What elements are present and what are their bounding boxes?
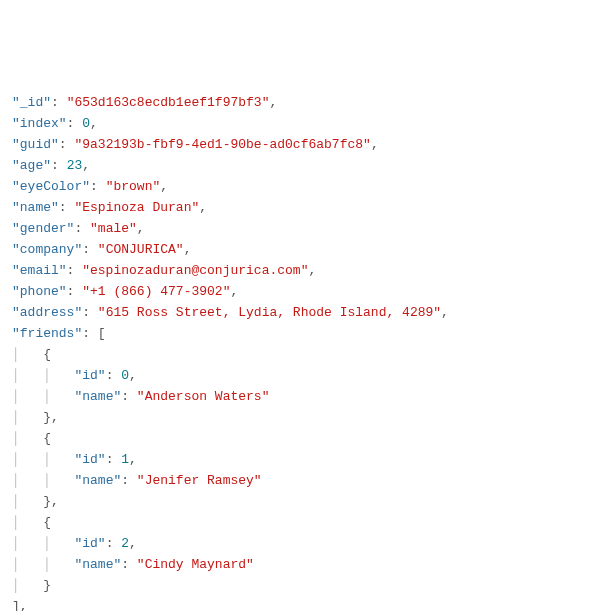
- json-punct: ,: [137, 221, 145, 236]
- indent-guide: │: [12, 431, 43, 446]
- indent-guide: │: [12, 515, 43, 530]
- json-key: "name": [74, 473, 121, 488]
- json-punct: ,: [230, 284, 238, 299]
- code-line: "phone": "+1 (866) 477-3902",: [12, 281, 603, 302]
- code-line: │ │ "id": 0,: [12, 365, 603, 386]
- indent-guide: │ │: [12, 452, 74, 467]
- json-key: "index": [12, 116, 67, 131]
- json-string: "653d163c8ecdb1eef1f97bf3": [67, 95, 270, 110]
- json-punct: :: [121, 389, 137, 404]
- json-key: "id": [74, 536, 105, 551]
- json-punct: ,: [371, 137, 379, 152]
- json-punct: :: [82, 305, 98, 320]
- code-line: "eyeColor": "brown",: [12, 176, 603, 197]
- indent-guide: │ │: [12, 557, 74, 572]
- json-punct: ,: [441, 305, 449, 320]
- json-number: 1: [121, 452, 129, 467]
- json-punct: :: [106, 452, 122, 467]
- indent-guide: │: [12, 578, 43, 593]
- code-line: │ {: [12, 512, 603, 533]
- code-line: │ {: [12, 344, 603, 365]
- json-key: "_id": [12, 95, 51, 110]
- code-line: "address": "615 Ross Street, Lydia, Rhod…: [12, 302, 603, 323]
- json-punct: :: [67, 263, 83, 278]
- code-line: "age": 23,: [12, 155, 603, 176]
- indent-guide: │: [12, 494, 43, 509]
- json-punct: :: [74, 221, 90, 236]
- json-punct: ,: [160, 179, 168, 194]
- json-punct: ,: [51, 494, 59, 509]
- json-string: "Jenifer Ramsey": [137, 473, 262, 488]
- json-punct: ,: [129, 536, 137, 551]
- json-punct: }: [43, 578, 51, 593]
- json-number: 23: [67, 158, 83, 173]
- json-punct: :: [90, 179, 106, 194]
- json-key: "id": [74, 452, 105, 467]
- json-key: "name": [12, 200, 59, 215]
- code-line: "company": "CONJURICA",: [12, 239, 603, 260]
- json-punct: {: [43, 515, 51, 530]
- code-line: │ }: [12, 575, 603, 596]
- json-punct: :: [106, 368, 122, 383]
- json-punct: [: [98, 326, 106, 341]
- json-string: "Cindy Maynard": [137, 557, 254, 572]
- indent-guide: │ │: [12, 473, 74, 488]
- json-string: "male": [90, 221, 137, 236]
- json-key: "phone": [12, 284, 67, 299]
- json-punct: ,: [82, 158, 90, 173]
- code-line: "_id": "653d163c8ecdb1eef1f97bf3",: [12, 92, 603, 113]
- json-key: "email": [12, 263, 67, 278]
- json-punct: }: [43, 410, 51, 425]
- json-punct: ,: [184, 242, 192, 257]
- json-punct: :: [106, 536, 122, 551]
- json-string: "Anderson Waters": [137, 389, 270, 404]
- json-punct: }: [43, 494, 51, 509]
- json-punct: ,: [308, 263, 316, 278]
- json-punct: :: [82, 326, 98, 341]
- json-viewer[interactable]: "_id": "653d163c8ecdb1eef1f97bf3","index…: [12, 92, 603, 611]
- indent-guide: │: [12, 410, 43, 425]
- json-punct: ,: [129, 452, 137, 467]
- json-punct: :: [121, 557, 137, 572]
- json-punct: {: [43, 347, 51, 362]
- json-punct: ,: [51, 410, 59, 425]
- code-line: "name": "Espinoza Duran",: [12, 197, 603, 218]
- json-key: "gender": [12, 221, 74, 236]
- indent-guide: │: [12, 347, 43, 362]
- json-key: "friends": [12, 326, 82, 341]
- json-key: "name": [74, 557, 121, 572]
- json-key: "id": [74, 368, 105, 383]
- code-line: "guid": "9a32193b-fbf9-4ed1-90be-ad0cf6a…: [12, 134, 603, 155]
- json-key: "guid": [12, 137, 59, 152]
- json-punct: :: [67, 116, 83, 131]
- json-string: "brown": [106, 179, 161, 194]
- json-punct: :: [67, 284, 83, 299]
- json-string: "CONJURICA": [98, 242, 184, 257]
- code-line: "gender": "male",: [12, 218, 603, 239]
- json-punct: :: [82, 242, 98, 257]
- code-line: │ │ "id": 1,: [12, 449, 603, 470]
- json-string: "615 Ross Street, Lydia, Rhode Island, 4…: [98, 305, 441, 320]
- json-string: "9a32193b-fbf9-4ed1-90be-ad0cf6ab7fc8": [74, 137, 370, 152]
- json-number: 0: [82, 116, 90, 131]
- code-line: │ │ "name": "Jenifer Ramsey": [12, 470, 603, 491]
- code-line: │ },: [12, 491, 603, 512]
- json-punct: ,: [129, 368, 137, 383]
- json-key: "company": [12, 242, 82, 257]
- json-punct: ,: [199, 200, 207, 215]
- code-line: "email": "espinozaduran@conjurica.com",: [12, 260, 603, 281]
- json-punct: :: [59, 137, 75, 152]
- code-line: │ │ "id": 2,: [12, 533, 603, 554]
- json-number: 2: [121, 536, 129, 551]
- code-line: │ },: [12, 407, 603, 428]
- json-key: "eyeColor": [12, 179, 90, 194]
- json-punct: ,: [269, 95, 277, 110]
- json-key: "name": [74, 389, 121, 404]
- json-string: "espinozaduran@conjurica.com": [82, 263, 308, 278]
- json-key: "address": [12, 305, 82, 320]
- indent-guide: │ │: [12, 368, 74, 383]
- json-punct: :: [51, 158, 67, 173]
- code-line: │ {: [12, 428, 603, 449]
- json-number: 0: [121, 368, 129, 383]
- json-string: "+1 (866) 477-3902": [82, 284, 230, 299]
